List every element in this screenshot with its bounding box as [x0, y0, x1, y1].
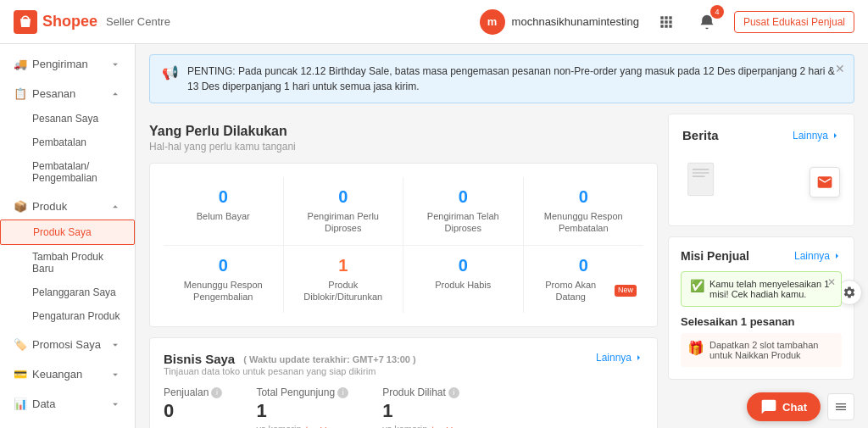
- metric-belum-bayar[interactable]: 0 Belum Bayar: [164, 177, 284, 246]
- todo-card: 0 Belum Bayar 0 Pengiriman Perlu Diprose…: [149, 163, 658, 327]
- sidebar-item-tambah-produk[interactable]: Tambah Produk Baru: [0, 245, 135, 281]
- sidebar-perkembangan-header[interactable]: 📈 Perkembangan Penjual: [0, 420, 135, 428]
- misi-card: Misi Penjual Lainnya ✅ Kamu telah menyel…: [668, 236, 854, 380]
- tag-icon: 🏷️: [14, 338, 27, 351]
- reward-icon: 🎁: [687, 340, 704, 356]
- pusat-edukasi-button[interactable]: Pusat Edukasi Penjual: [734, 11, 854, 33]
- pengunjung-info-icon[interactable]: i: [337, 387, 348, 398]
- sidebar-keuangan-label: Keuangan: [32, 368, 82, 381]
- berita-header: Berita Lainnya: [682, 128, 840, 142]
- bisnis-header: Bisnis Saya ( Waktu update terakhir: GMT…: [164, 352, 643, 376]
- notification-badge: 4: [710, 5, 724, 19]
- shopee-logo-icon: [14, 10, 37, 34]
- chevron-down-icon-2: [109, 339, 121, 351]
- metric-label-promo-datang: Promo Akan Datang New: [531, 279, 637, 303]
- misi-header: Misi Penjual Lainnya: [681, 249, 842, 263]
- sidebar-pengiriman-label: Pengiriman: [32, 58, 88, 70]
- chevron-right-icon-misi: [832, 251, 842, 261]
- metric-label-belum-bayar: Belum Bayar: [170, 210, 276, 222]
- sidebar-promosi-label: Promosi Saya: [32, 338, 101, 351]
- new-badge: New: [615, 285, 637, 297]
- metric-pengiriman-perlu[interactable]: 0 Pengiriman Perlu Diproses: [284, 177, 404, 246]
- misi-reward-area: 🎁 Dapatkan 2 slot tambahan untuk Naikkan…: [681, 333, 842, 367]
- metric-value-produk-habis: 0: [410, 256, 516, 275]
- berita-title: Berita: [682, 128, 719, 142]
- sidebar-item-pelanggaran[interactable]: Pelanggaran Saya: [0, 281, 135, 304]
- sidebar-produk-header[interactable]: 📦 Produk: [0, 193, 135, 220]
- truck-icon: 🚚: [14, 58, 27, 70]
- chat-label: Chat: [782, 401, 807, 414]
- penjualan-info-icon[interactable]: i: [211, 387, 222, 398]
- sidebar-item-pesanan-saya[interactable]: Pesanan Saya: [0, 107, 135, 131]
- sidebar-section-pesanan: 📋 Pesanan Pesanan Saya Pembatalan Pembat…: [0, 81, 135, 190]
- alert-text: PENTING: Pada puncak 12.12 Birthday Sale…: [187, 64, 842, 94]
- misi-lainnya-link[interactable]: Lainnya: [794, 250, 842, 262]
- bisnis-produk-dilihat-value: 1: [382, 400, 459, 422]
- sidebar-item-pengaturan-produk[interactable]: Pengaturan Produk: [0, 304, 135, 328]
- metric-value-menunggu-pembatalan: 0: [531, 187, 637, 207]
- berita-placeholder: [682, 160, 810, 205]
- user-area: m mochnasikhunamintesting: [480, 9, 639, 35]
- svg-rect-0: [688, 163, 714, 195]
- misi-title: Misi Penjual: [681, 249, 749, 263]
- apps-button[interactable]: [653, 8, 680, 36]
- metric-pengiriman-telah[interactable]: 0 Pengiriman Telah Diproses: [403, 177, 524, 246]
- metric-label-menunggu-pengembalian: Menunggu Respon Pengembalian: [170, 279, 276, 303]
- sidebar-item-produk-saya[interactable]: Produk Saya: [0, 220, 135, 245]
- metric-produk-habis[interactable]: 0 Produk Habis: [403, 246, 524, 314]
- chevron-up-icon-2: [109, 201, 121, 213]
- bisnis-card: Bisnis Saya ( Waktu update terakhir: GMT…: [149, 337, 658, 428]
- chat-settings-button[interactable]: [827, 393, 854, 420]
- chat-button[interactable]: Chat: [747, 392, 821, 421]
- list-icon: 📋: [14, 87, 27, 100]
- alert-close-button[interactable]: ✕: [835, 62, 845, 75]
- shopee-svg: [18, 14, 33, 30]
- document-icon: [682, 160, 725, 203]
- misi-toast-close-button[interactable]: ✕: [827, 276, 836, 288]
- sidebar-section-produk: 📦 Produk Produk Saya Tambah Produk Baru …: [0, 193, 135, 328]
- content-area: 📢 PENTING: Pada puncak 12.12 Birthday Sa…: [136, 44, 868, 428]
- chevron-right-icon-bisnis: [633, 353, 643, 363]
- sidebar-section-pengiriman: 🚚 Pengiriman: [0, 51, 135, 77]
- sidebar-pengiriman-header[interactable]: 🚚 Pengiriman: [0, 51, 135, 77]
- chevron-down-icon-3: [109, 369, 121, 381]
- sidebar-item-pembatalan[interactable]: Pembatalan: [0, 131, 135, 154]
- metric-value-pengiriman-perlu: 0: [291, 187, 397, 207]
- svg-rect-2: [693, 172, 709, 174]
- alert-banner: 📢 PENTING: Pada puncak 12.12 Birthday Sa…: [149, 54, 854, 103]
- todo-subtitle: Hal-hal yang perlu kamu tangani: [149, 141, 658, 153]
- svg-rect-3: [693, 175, 705, 177]
- sidebar-data-label: Data: [32, 397, 55, 410]
- sidebar-pesanan-header[interactable]: 📋 Pesanan: [0, 81, 135, 107]
- sidebar-promosi-header[interactable]: 🏷️ Promosi Saya: [0, 331, 135, 358]
- content-wrapper: Yang Perlu Dilakukan Hal-hal yang perlu …: [149, 114, 854, 428]
- bisnis-penjualan: Penjualan i 0: [164, 386, 222, 428]
- metric-menunggu-pengembalian[interactable]: 0 Menunggu Respon Pengembalian: [164, 246, 284, 314]
- bisnis-lainnya-link[interactable]: Lainnya: [596, 352, 643, 364]
- metric-promo-datang[interactable]: 0 Promo Akan Datang New: [524, 246, 644, 314]
- sidebar-keuangan-header[interactable]: 💳 Keuangan: [0, 361, 135, 387]
- metric-label-pengiriman-perlu: Pengiriman Perlu Diproses: [291, 210, 397, 235]
- metrics-grid: 0 Belum Bayar 0 Pengiriman Perlu Diprose…: [164, 177, 643, 313]
- svg-rect-1: [693, 169, 709, 170]
- apps-icon: [658, 14, 675, 31]
- berita-card: Berita Lainnya: [668, 114, 854, 226]
- metric-menunggu-pembatalan[interactable]: 0 Menunggu Respon Pembatalan: [524, 177, 644, 246]
- reward-text: Dapatkan 2 slot tambahan untuk Naikkan P…: [709, 340, 835, 360]
- sidebar-section-perkembangan: 📈 Perkembangan Penjual: [0, 420, 135, 428]
- logo-area: Shopee Seller Centre: [14, 10, 170, 34]
- sidebar-item-pembatalan-pengembalian[interactable]: Pembatalan/ Pengembalian: [0, 154, 135, 190]
- sidebar-data-header[interactable]: 📊 Data: [0, 391, 135, 417]
- notification-button[interactable]: 4: [693, 8, 721, 36]
- misi-task-title: Selesaikan 1 pesanan: [681, 315, 842, 328]
- sidebar-produk-label: Produk: [32, 200, 67, 213]
- sidebar-pesanan-label: Pesanan: [32, 87, 75, 100]
- username-text: mochnasikhunamintesting: [512, 15, 639, 28]
- bottom-bar: Chat: [733, 386, 868, 428]
- bisnis-produk-dilihat: Produk Dilihat i 1 vs kemarin +∞ ↑↑: [382, 386, 459, 428]
- metric-produk-diblokir[interactable]: 1 Produk Diblokir/Diturunkan: [284, 246, 404, 314]
- produk-dilihat-info-icon[interactable]: i: [448, 387, 459, 398]
- chart-icon: 📊: [14, 397, 27, 410]
- berita-lainnya-link[interactable]: Lainnya: [793, 130, 840, 142]
- gear-icon: [843, 286, 856, 299]
